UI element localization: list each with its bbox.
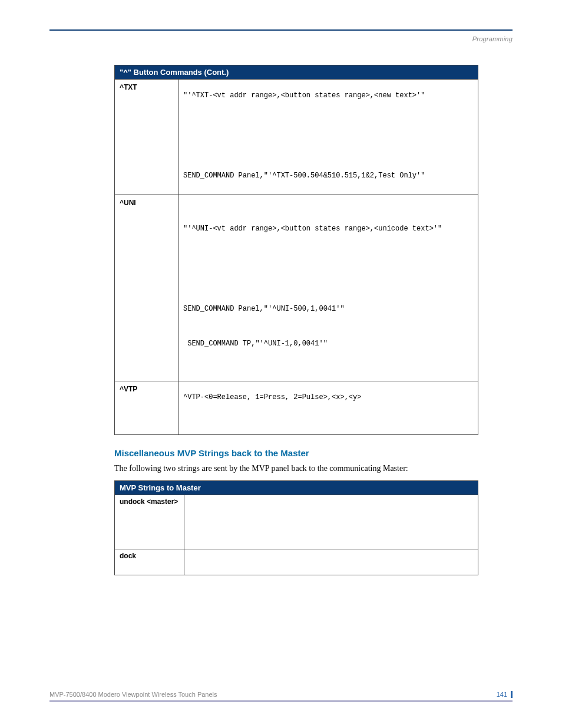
button-commands-table: "^" Button Commands (Cont.) ^TXT "'^TXT-… [114,65,478,435]
code-line: "'^TXT-<vt addr range>,<button states ra… [183,91,473,101]
code-line: SEND_COMMAND Panel,"'^UNI-500,1,0041'" [183,305,473,314]
page: Programming "^" Button Commands (Cont.) … [0,0,562,728]
table-row: ^VTP ^VTP-<0=Release, 1=Press, 2=Pulse>,… [115,381,478,434]
table-header-row: MVP Strings to Master [115,480,478,495]
code-line: ^VTP-<0=Release, 1=Press, 2=Pulse>,<x>,<… [183,393,473,403]
command-name: ^UNI [115,195,178,381]
table-row: dock [115,549,478,575]
mvp-string-body [184,549,478,575]
footer-page-number: 141 [497,691,513,698]
table-title: "^" Button Commands (Cont.) [115,65,478,80]
command-body: "'^TXT-<vt addr range>,<button states ra… [178,80,478,195]
footer-product: MVP-7500/8400 Modero Viewpoint Wireless … [49,691,217,698]
table-header-row: "^" Button Commands (Cont.) [115,65,478,80]
table-row: ^TXT "'^TXT-<vt addr range>,<button stat… [115,80,478,195]
table-title: MVP Strings to Master [115,480,478,495]
command-name: ^TXT [115,80,178,195]
table-row: ^UNI "'^UNI-<vt addr range>,<button stat… [115,195,478,381]
command-body: "'^UNI-<vt addr range>,<button states ra… [178,195,478,381]
mvp-string-name: undock <master> [115,495,184,549]
mvp-string-body [184,495,478,549]
table-row: undock <master> [115,495,478,549]
command-body: ^VTP-<0=Release, 1=Press, 2=Pulse>,<x>,<… [178,381,478,434]
mvp-string-name: dock [115,549,184,575]
code-line: SEND_COMMAND TP,"'^UNI-1,0,0041'" [183,340,473,349]
header-rule [49,29,513,31]
code-line: "'^UNI-<vt addr range>,<button states ra… [183,225,473,234]
mvp-strings-table: MVP Strings to Master undock <master> do… [114,480,478,575]
header-section-label: Programming [49,35,513,42]
section-paragraph: The following two strings are sent by th… [114,464,513,473]
command-name: ^VTP [115,381,178,434]
section-heading: Miscellaneous MVP Strings back to the Ma… [114,448,513,458]
page-footer: MVP-7500/8400 Modero Viewpoint Wireless … [49,691,513,702]
code-line: SEND_COMMAND Panel,"'^TXT-500.504&510.51… [183,172,473,181]
